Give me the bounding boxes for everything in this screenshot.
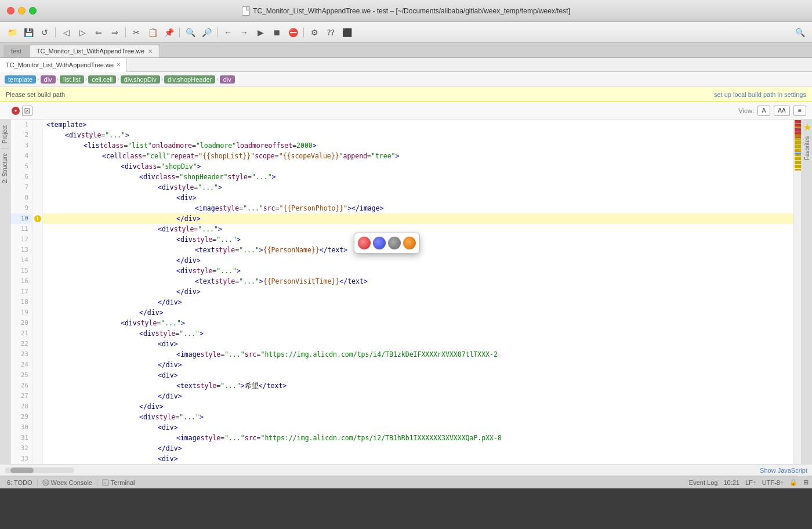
event-log-label[interactable]: Event Log xyxy=(689,479,718,486)
line-30: 30 xyxy=(10,422,32,433)
close-button[interactable] xyxy=(7,7,14,15)
code-line-1[interactable]: <template> xyxy=(43,119,793,130)
status-right: Event Log 10:21 LF÷ UTF-8÷ 🔒 ⊞ xyxy=(689,479,809,486)
file-tab-close-icon[interactable]: ✕ xyxy=(116,61,121,68)
refresh-btn[interactable]: ↺ xyxy=(37,26,52,39)
code-editor[interactable]: <template> <div style="..." > <list clas… xyxy=(43,119,793,464)
minimize-button[interactable] xyxy=(18,7,26,15)
horizontal-scroll-area xyxy=(5,468,74,473)
code-line-2[interactable]: <div style="..." > xyxy=(43,130,793,140)
error-count-badge[interactable] xyxy=(22,106,32,116)
code-line-23[interactable]: <image style="..." src="https://img.alic… xyxy=(43,349,793,360)
breadcrumb-listlist[interactable]: list.list xyxy=(60,75,84,84)
copy-btn[interactable]: 📋 xyxy=(145,26,160,39)
favorites-star-icon[interactable]: ★ xyxy=(803,122,811,133)
nav-btn-2[interactable]: ⇒ xyxy=(107,26,122,39)
cut-btn[interactable]: ✂ xyxy=(129,26,144,39)
code-line-20[interactable]: <div style="..." > xyxy=(43,318,793,328)
open-folder-btn[interactable]: 📁 xyxy=(5,26,20,39)
code-line-24[interactable]: </div> xyxy=(43,360,793,370)
breadcrumb-shopheader[interactable]: div.shopHeader xyxy=(164,75,215,84)
code-line-10[interactable]: </div> xyxy=(43,213,793,224)
code-line-22[interactable]: <div> xyxy=(43,339,793,349)
minimap-line-25 xyxy=(795,169,801,171)
code-line-32[interactable]: </div> xyxy=(43,443,793,454)
code-line-25[interactable]: <div> xyxy=(43,370,793,381)
code-line-17[interactable]: </div> xyxy=(43,287,793,297)
line-17: 17 xyxy=(10,287,32,297)
code-line-8[interactable]: <div > xyxy=(43,193,793,203)
bottom-sep-1 xyxy=(37,479,38,487)
code-line-29[interactable]: <div style="..." > xyxy=(43,412,793,422)
view-label: View: xyxy=(738,107,754,114)
code-line-30[interactable]: <div> xyxy=(43,422,793,433)
code-line-4[interactable]: <cell class="cell" repeat="{{shopList}}"… xyxy=(43,151,793,161)
tab-test[interactable]: test xyxy=(3,45,29,57)
file-tab-bar: TC_Monitor_List_WithAppendTree.we ✕ xyxy=(0,58,812,72)
code-line-9[interactable]: <image style="..." src="{{PersonPhoto}}"… xyxy=(43,203,793,213)
code-line-3[interactable]: <list class="list" onloadmore="loadmore"… xyxy=(43,140,793,151)
stop-btn[interactable]: ⏹ xyxy=(269,26,284,39)
nav-btn-1[interactable]: ⇐ xyxy=(91,26,106,39)
save-btn[interactable]: 💾 xyxy=(21,26,36,39)
zoom-out-btn[interactable]: 🔎 xyxy=(199,26,214,39)
breadcrumb-div1[interactable]: div xyxy=(41,75,56,84)
code-line-18[interactable]: </div> xyxy=(43,297,793,307)
code-line-28[interactable]: </div> xyxy=(43,401,793,412)
time-label: 10:21 xyxy=(723,479,740,486)
code-line-31[interactable]: <image style="..." src="https://img.alic… xyxy=(43,433,793,443)
run-btn[interactable]: ▶ xyxy=(253,26,268,39)
project-panel-label[interactable]: Project xyxy=(1,122,9,147)
popup-btn-blue[interactable] xyxy=(373,237,386,249)
structure-panel-label[interactable]: 2: Structure xyxy=(1,150,9,187)
tab-close-icon[interactable]: ✕ xyxy=(148,48,153,55)
paste-btn[interactable]: 📌 xyxy=(161,26,176,39)
bottom-info-bar: Show JavaScript xyxy=(0,464,812,476)
line-31: 31 xyxy=(10,433,32,443)
back-btn[interactable]: ◁ xyxy=(59,26,74,39)
debug-btn[interactable]: ⛔ xyxy=(285,26,300,39)
line-32: 32 xyxy=(10,443,32,454)
show-javascript-link[interactable]: Show JavaScript xyxy=(760,467,807,474)
file-icon xyxy=(242,6,250,16)
maximize-button[interactable] xyxy=(29,7,37,15)
code-line-14[interactable]: </div> xyxy=(43,255,793,266)
code-line-21[interactable]: <div style="..." > xyxy=(43,328,793,339)
popup-btn-orange[interactable] xyxy=(403,237,416,249)
popup-btn-red[interactable] xyxy=(358,237,371,249)
popup-btn-gray[interactable] xyxy=(388,237,401,249)
favorites-label[interactable]: Favorites xyxy=(803,133,811,164)
breadcrumb-shopdiv[interactable]: div.shopDiv xyxy=(121,75,160,84)
breadcrumb-cellcell[interactable]: cell.cell xyxy=(88,75,116,84)
left-panel: Project 2: Structure xyxy=(0,119,10,464)
code-line-19[interactable]: </div> xyxy=(43,307,793,318)
breadcrumb-template[interactable]: template xyxy=(5,75,36,84)
tool-btn-1[interactable]: ⚙ xyxy=(307,26,322,39)
forward-btn[interactable]: ▷ xyxy=(75,26,90,39)
code-line-16[interactable]: <text style="..." >{{PersonVisitTime}}</… xyxy=(43,276,793,287)
zoom-in-btn[interactable]: 🔍 xyxy=(183,26,198,39)
code-line-7[interactable]: <div style="..." > xyxy=(43,182,793,193)
weex-console-btn[interactable]: W Weex Console xyxy=(39,479,96,486)
code-line-15[interactable]: <div style="..." > xyxy=(43,266,793,276)
prev-btn[interactable]: ← xyxy=(220,26,235,39)
view-btn-a[interactable]: A xyxy=(757,106,770,116)
code-line-27[interactable]: </div> xyxy=(43,391,793,401)
search-btn[interactable]: 🔍 xyxy=(792,26,807,39)
code-line-26[interactable]: <text style="..." >希望</text> xyxy=(43,381,793,391)
code-line-5[interactable]: <div class="shopDiv" > xyxy=(43,161,793,172)
view-btn-lines[interactable]: ≡ xyxy=(793,106,806,116)
next-btn[interactable]: → xyxy=(237,26,252,39)
file-tab-main[interactable]: TC_Monitor_List_WithAppendTree.we ✕ xyxy=(0,58,127,72)
view-btn-aa[interactable]: AA xyxy=(774,106,790,116)
code-line-6[interactable]: <div class="shopHeader" style="..." > xyxy=(43,172,793,182)
tab-file[interactable]: TC_Monitor_List_WithAppendTree.we ✕ xyxy=(29,45,160,57)
tool-btn-3[interactable]: ⬛ xyxy=(339,26,354,39)
todo-btn[interactable]: 6: TODO xyxy=(3,479,36,486)
build-path-link[interactable]: set up local build path in settings xyxy=(714,91,806,98)
horizontal-scrollbar[interactable] xyxy=(5,468,74,473)
tool-btn-2[interactable]: ⁇ xyxy=(323,26,338,39)
terminal-btn[interactable]: >_ Terminal xyxy=(99,479,139,486)
code-line-33[interactable]: <div> xyxy=(43,454,793,464)
breadcrumb-div2[interactable]: div xyxy=(220,75,235,84)
